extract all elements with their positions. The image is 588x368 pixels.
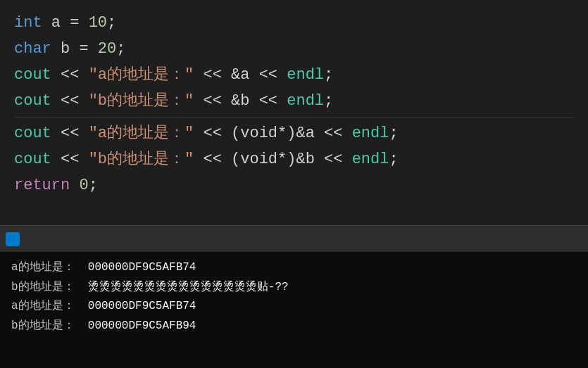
code-token: endl [352,122,389,145]
code-token: << (void*)&b << [194,148,351,171]
code-token: "a的地址是：" [89,63,194,87]
output-label: b的地址是： [11,319,88,332]
output-label: b的地址是： [11,281,88,293]
code-line: return 0; [14,174,574,197]
code-token: cout [14,148,51,171]
terminal-output-line: a的地址是： 000000DF9C5AFB74 [11,298,577,316]
code-token: << (void*)&a << [194,122,351,145]
output-value: 000000DF9C5AFB94 [88,319,196,332]
code-line: cout << "b的地址是：" << &b << endl; [14,89,574,113]
code-token: b [51,37,80,61]
code-token: << [51,63,89,87]
code-token: int [14,11,42,34]
code-token: = [70,11,79,34]
code-token: << &a << [194,63,287,87]
code-token: << &b << [194,89,287,113]
code-token [89,37,98,61]
code-token: << [51,148,89,171]
code-token: ; [89,174,98,197]
code-token: << [51,89,89,113]
code-token: 20 [98,37,116,61]
code-token: << [51,122,89,145]
output-value: 烫烫烫烫烫烫烫烫烫烫烫烫烫烫烫贴-?? [88,281,289,293]
code-separator [14,117,574,118]
terminal-output-line: a的地址是： 000000DF9C5AFB74 [11,259,577,277]
code-editor: int a = 10;char b = 20;cout << "a的地址是：" … [0,0,588,225]
terminal-output-line: b的地址是： 烫烫烫烫烫烫烫烫烫烫烫烫烫烫烫贴-?? [11,279,577,297]
code-token: 0 [79,174,88,197]
code-token: "b的地址是：" [89,89,194,113]
code-line: cout << "a的地址是：" << (void*)&a << endl; [14,122,574,145]
code-token [70,174,79,197]
code-line: int a = 10; [14,11,574,34]
code-token: "b的地址是：" [89,148,194,171]
vs-icon [6,232,20,246]
code-token [79,11,88,34]
code-token: return [14,174,70,197]
terminal-tab-bar [0,225,588,252]
code-token: ; [324,63,333,87]
output-value: 000000DF9C5AFB74 [88,300,196,312]
new-tab-button[interactable] [48,238,59,241]
code-token: ; [389,122,398,145]
tab-dropdown-button[interactable] [62,238,70,241]
code-token: cout [14,122,51,145]
code-line: cout << "b的地址是：" << (void*)&b << endl; [14,148,574,171]
code-token: cout [14,89,51,113]
code-token: cout [14,63,51,87]
code-line: cout << "a的地址是：" << &a << endl; [14,63,574,87]
code-token: ; [116,37,125,61]
code-token: endl [287,63,324,87]
terminal-output: a的地址是： 000000DF9C5AFB74b的地址是： 烫烫烫烫烫烫烫烫烫烫… [0,252,588,368]
code-token: endl [287,89,324,113]
output-value: 000000DF9C5AFB74 [88,261,196,274]
terminal-tab-label[interactable] [23,235,45,243]
output-label: a的地址是： [11,261,88,274]
tab-close-button[interactable] [34,238,39,241]
code-token: char [14,37,51,61]
code-line: char b = 20; [14,37,574,61]
terminal-output-line: b的地址是： 000000DF9C5AFB94 [11,317,577,336]
code-token: 10 [89,11,107,34]
terminal-area: a的地址是： 000000DF9C5AFB74b的地址是： 烫烫烫烫烫烫烫烫烫烫… [0,225,588,368]
code-token: ; [324,89,333,113]
code-token: "a的地址是：" [89,122,194,145]
code-token: a [42,11,70,34]
code-token: ; [389,148,398,171]
code-token: ; [107,11,116,34]
output-label: a的地址是： [11,300,88,312]
code-token: endl [352,148,389,171]
code-token: = [79,37,88,61]
